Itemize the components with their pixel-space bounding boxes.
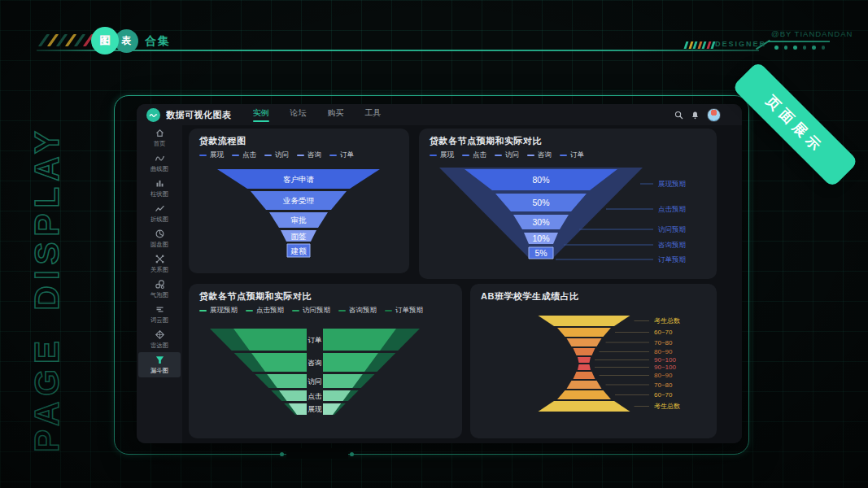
radar-icon [155, 330, 164, 340]
sidebar-item-label: 圆盘图 [150, 240, 168, 248]
svg-text:建额: 建额 [290, 246, 308, 255]
svg-text:访问预期: 访问预期 [658, 225, 686, 233]
hourglass-chart: 考生总数60~7070~8080~9090~10090~10080~9070~8… [470, 284, 717, 438]
app-window: 数据可视化图表 实例论坛购买工具 首页曲线图柱状图折线图圆盘图关系图气泡图词云图… [137, 104, 742, 443]
svg-text:订单: 订单 [308, 336, 323, 344]
sidebar-item-line[interactable]: 折线图 [137, 201, 182, 226]
wordcloud-icon [155, 305, 164, 315]
sidebar-item-label: 首页 [154, 139, 166, 147]
legend-item[interactable]: 访问预期 [292, 306, 330, 316]
svg-text:80~90: 80~90 [654, 348, 673, 355]
svg-text:60~70: 60~70 [654, 329, 673, 336]
chart-legend: 展现预期点击预期访问预期咨询预期订单预期 [199, 306, 423, 316]
svg-text:访问: 访问 [308, 377, 322, 386]
app-logo-icon[interactable] [146, 108, 160, 122]
sidebar-item-bubble[interactable]: 气泡图 [137, 277, 182, 302]
svg-text:80~90: 80~90 [654, 372, 673, 379]
sidebar-item-funnel[interactable]: 漏斗图 [138, 352, 181, 377]
svg-text:面签: 面签 [291, 232, 308, 241]
relation-icon [155, 255, 164, 264]
svg-text:50%: 50% [532, 198, 549, 207]
sidebar-item-relation[interactable]: 关系图 [137, 251, 182, 277]
user-avatar[interactable] [707, 108, 721, 122]
card-loan-process-funnel: 贷款流程图 展现点击访问咨询订单 客户申请业务受理审批面签建额 [189, 129, 409, 273]
chart-title: 贷款各节点预期和实际对比 [199, 290, 312, 303]
card-score-hourglass: AB班学校学生成绩占比 考生总数60~7070~8080~9090~10090~… [470, 284, 717, 438]
pie-icon [155, 229, 164, 239]
svg-text:咨询预期: 咨询预期 [658, 241, 686, 249]
sidebar-item-label: 词云图 [150, 316, 168, 324]
svg-text:10%: 10% [532, 233, 549, 243]
svg-text:考生总数: 考生总数 [654, 403, 680, 410]
svg-text:考生总数: 考生总数 [654, 317, 680, 325]
svg-text:80%: 80% [532, 175, 549, 185]
legend-item[interactable]: 点击预期 [246, 306, 284, 316]
sidebar-item-label: 柱状图 [150, 190, 168, 198]
legend-item[interactable]: 展现 [430, 150, 454, 160]
sidebar-item-home[interactable]: 首页 [137, 125, 182, 150]
legend-item[interactable]: 咨询预期 [338, 306, 377, 316]
chart-title: 贷款各节点预期和实际对比 [430, 135, 542, 147]
page: 图 表 合集 DESIGNER @BY TIANDANDAN PAGE DISP… [0, 0, 868, 488]
sidebar-item-wordcloud[interactable]: 词云图 [137, 302, 182, 327]
svg-text:业务受理: 业务受理 [282, 196, 315, 205]
svg-text:70~80: 70~80 [654, 381, 673, 389]
legend-item[interactable]: 点击 [232, 150, 256, 160]
legend-item[interactable]: 点击 [462, 150, 486, 160]
sidebar-item-label: 雷达图 [150, 341, 168, 349]
app-header: 数据可视化图表 实例论坛购买工具 [137, 104, 742, 125]
svg-text:90~100: 90~100 [654, 356, 676, 364]
svg-text:70~80: 70~80 [654, 339, 673, 346]
legend-item[interactable]: 订单 [329, 150, 354, 160]
svg-text:咨询: 咨询 [308, 359, 322, 367]
curve-icon [155, 154, 164, 163]
nav-item-0[interactable]: 实例 [253, 107, 269, 122]
sidebar-item-curve[interactable]: 曲线图 [137, 150, 182, 176]
sidebar-item-label: 气泡图 [150, 290, 168, 298]
nav-item-2[interactable]: 购买 [328, 107, 344, 122]
sidebar-item-radar[interactable]: 雷达图 [137, 327, 182, 352]
nav-item-1[interactable]: 论坛 [290, 107, 307, 122]
sidebar-item-bar[interactable]: 柱状图 [137, 176, 182, 201]
main-nav: 实例论坛购买工具 [253, 107, 382, 122]
home-icon [155, 129, 164, 138]
legend-item[interactable]: 访问 [495, 150, 519, 160]
svg-text:客户申请: 客户申请 [283, 175, 315, 184]
svg-text:90~100: 90~100 [654, 364, 676, 371]
sidebar-item-pie[interactable]: 圆盘图 [137, 226, 182, 251]
funnel-icon [155, 355, 164, 365]
app-title: 数据可视化图表 [166, 109, 232, 121]
svg-text:5%: 5% [534, 248, 547, 258]
chart-title: AB班学校学生成绩占比 [481, 290, 578, 303]
bar-icon [155, 179, 164, 189]
legend-item[interactable]: 访问 [264, 150, 289, 160]
card-expect-vs-actual-green: 贷款各节点预期和实际对比 展现预期点击预期访问预期咨询预期订单预期 订单咨询访问… [189, 284, 462, 438]
logo-badge-left: 图 [91, 27, 119, 54]
sidebar-item-label: 折线图 [150, 215, 168, 223]
legend-item[interactable]: 订单预期 [385, 306, 423, 316]
card-expect-vs-actual-blue: 贷款各节点预期和实际对比 展现点击访问咨询订单 80%50%30%10%5%展现… [419, 129, 717, 279]
svg-text:展现: 展现 [308, 405, 323, 413]
line-icon [155, 204, 164, 214]
nav-item-3[interactable]: 工具 [365, 107, 382, 122]
sidebar: 首页曲线图柱状图折线图圆盘图关系图气泡图词云图雷达图漏斗图 [137, 125, 182, 443]
svg-text:60~70: 60~70 [654, 391, 673, 399]
bubble-icon [155, 280, 164, 290]
header-actions [674, 108, 742, 122]
svg-text:点击: 点击 [308, 392, 323, 400]
svg-text:展现预期: 展现预期 [658, 180, 686, 188]
chart-legend: 展现点击访问咨询订单 [199, 150, 354, 160]
sidebar-item-label: 漏斗图 [150, 366, 168, 374]
svg-text:审批: 审批 [291, 216, 308, 224]
legend-item[interactable]: 展现预期 [199, 306, 238, 316]
chart-title: 贷款流程图 [199, 135, 246, 147]
legend-item[interactable]: 展现 [199, 150, 224, 160]
svg-text:订单预期: 订单预期 [658, 255, 686, 264]
legend-item[interactable]: 咨询 [297, 150, 321, 160]
svg-text:点击预期: 点击预期 [658, 205, 686, 213]
bell-icon[interactable] [691, 111, 700, 120]
search-icon[interactable] [674, 111, 683, 120]
legend-item[interactable]: 订单 [560, 150, 584, 160]
sidebar-item-label: 曲线图 [150, 164, 168, 172]
legend-item[interactable]: 咨询 [527, 150, 552, 160]
